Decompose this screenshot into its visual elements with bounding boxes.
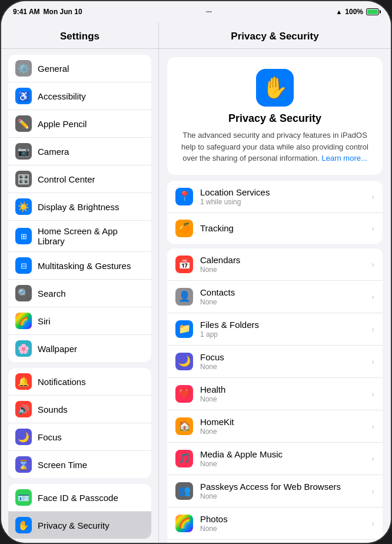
- sidebar-item-general[interactable]: ⚙️ General: [8, 55, 151, 82]
- settings-group-3: 🪪 Face ID & Passcode ✋ Privacy & Securit…: [8, 484, 151, 539]
- sidebar-item-siri[interactable]: 🌈 Siri: [8, 307, 151, 335]
- home-screen-icon: ⊞: [15, 228, 32, 244]
- menu-item-calendars[interactable]: 📅 Calendars None ›: [167, 248, 383, 281]
- focus-label: Focus: [38, 432, 62, 442]
- tracking-text: Tracking: [200, 223, 364, 233]
- contacts-icon: 👤: [175, 288, 193, 306]
- sidebar-item-search[interactable]: 🔍 Search: [8, 280, 151, 307]
- sidebar-item-home-screen[interactable]: ⊞ Home Screen & App Library: [8, 221, 151, 252]
- media-apple-music-label: Media & Apple Music: [200, 449, 364, 459]
- photos-sub: None: [200, 525, 364, 533]
- sidebar-item-screen-time[interactable]: ⌛ Screen Time: [8, 451, 151, 478]
- panel-title: Privacy & Security: [159, 22, 391, 49]
- notifications-icon: 🔔: [15, 373, 32, 390]
- media-apple-music-text: Media & Apple Music None: [200, 449, 364, 468]
- sidebar-item-wallpaper[interactable]: 🌸 Wallpaper: [8, 335, 151, 362]
- location-services-chevron: ›: [371, 192, 374, 201]
- sidebar[interactable]: Settings ⚙️ General ♿ Accessibility ✏️ A…: [1, 22, 159, 544]
- sounds-icon: 🔊: [15, 401, 32, 417]
- sidebar-item-control-center[interactable]: 🎛️ Control Center: [8, 165, 151, 193]
- status-bar: 9:41 AM Mon Jun 10 ··· ▲ 100%: [1, 1, 391, 22]
- files-folders-label: Files & Folders: [200, 320, 364, 330]
- sidebar-item-notifications[interactable]: 🔔 Notifications: [8, 368, 151, 396]
- hero-icon: ✋: [256, 69, 294, 107]
- calendars-sub: None: [200, 266, 364, 274]
- battery-icon: [366, 8, 379, 15]
- health-sub: None: [200, 395, 364, 403]
- menu-group-location: 📍 Location Services 1 while using › 🍊 Tr…: [167, 181, 383, 244]
- sidebar-title: Settings: [1, 22, 158, 49]
- menu-item-passkeys[interactable]: 👥 Passkeys Access for Web Browsers None …: [167, 475, 383, 507]
- homekit-sub: None: [200, 427, 364, 436]
- sidebar-item-display-brightness[interactable]: ☀️ Display & Brightness: [8, 193, 151, 221]
- sidebar-item-camera[interactable]: 📷 Camera: [8, 138, 151, 165]
- menu-item-reminders[interactable]: 📋 Reminders None ›: [167, 540, 383, 545]
- menu-item-health[interactable]: ❤️ Health None ›: [167, 378, 383, 410]
- display-brightness-label: Display & Brightness: [38, 202, 119, 212]
- device-frame: 9:41 AM Mon Jun 10 ··· ▲ 100% Settings ⚙…: [0, 0, 392, 544]
- menu-item-homekit[interactable]: 🏠 HomeKit None ›: [167, 410, 383, 443]
- settings-group-1: ⚙️ General ♿ Accessibility ✏️ Apple Penc…: [8, 55, 151, 362]
- accessibility-label: Accessibility: [38, 91, 86, 101]
- contacts-sub: None: [200, 298, 364, 306]
- homekit-chevron: ›: [371, 422, 374, 431]
- focus-privacy-text: Focus None: [200, 352, 364, 371]
- multitasking-label: Multitasking & Gestures: [38, 261, 131, 271]
- status-left: 9:41 AM Mon Jun 10: [13, 8, 82, 16]
- hero-title: Privacy & Security: [228, 112, 321, 125]
- sidebar-item-multitasking[interactable]: ⊟ Multitasking & Gestures: [8, 252, 151, 280]
- hero-icon-symbol: ✋: [262, 75, 288, 100]
- photos-text: Photos None: [200, 514, 364, 533]
- right-panel[interactable]: Privacy & Security ✋ Privacy & Security …: [159, 22, 391, 544]
- calendars-label: Calendars: [200, 255, 364, 265]
- focus-privacy-icon: 🌙: [175, 353, 193, 370]
- menu-group-privacy: 📅 Calendars None › 👤 Contacts None ›: [167, 248, 383, 545]
- calendars-icon: 📅: [175, 256, 193, 273]
- passkeys-chevron: ›: [371, 486, 374, 496]
- passkeys-label: Passkeys Access for Web Browsers: [200, 482, 364, 492]
- menu-item-contacts[interactable]: 👤 Contacts None ›: [167, 281, 383, 313]
- control-center-icon: 🎛️: [15, 171, 32, 187]
- sidebar-item-face-id[interactable]: 🪪 Face ID & Passcode: [8, 484, 151, 512]
- calendars-text: Calendars None: [200, 255, 364, 274]
- accessibility-icon: ♿: [15, 88, 32, 104]
- calendars-chevron: ›: [371, 260, 374, 269]
- sidebar-item-privacy-security[interactable]: ✋ Privacy & Security: [8, 512, 151, 539]
- hero-learn-more-link[interactable]: Learn more...: [321, 154, 367, 162]
- focus-privacy-sub: None: [200, 363, 364, 371]
- homekit-icon: 🏠: [175, 417, 193, 435]
- photos-chevron: ›: [371, 519, 374, 528]
- contacts-chevron: ›: [371, 292, 374, 301]
- menu-item-tracking[interactable]: 🍊 Tracking ›: [167, 213, 383, 244]
- sidebar-item-focus[interactable]: 🌙 Focus: [8, 423, 151, 451]
- sidebar-item-apple-pencil[interactable]: ✏️ Apple Pencil: [8, 110, 151, 138]
- siri-icon: 🌈: [15, 313, 32, 329]
- media-apple-music-sub: None: [200, 460, 364, 468]
- privacy-security-icon: ✋: [15, 517, 32, 533]
- health-text: Health None: [200, 384, 364, 403]
- apple-pencil-label: Apple Pencil: [38, 119, 87, 129]
- display-brightness-icon: ☀️: [15, 198, 32, 215]
- location-services-text: Location Services 1 while using: [200, 187, 364, 206]
- tracking-label: Tracking: [200, 223, 364, 233]
- sidebar-item-sounds[interactable]: 🔊 Sounds: [8, 396, 151, 423]
- wallpaper-icon: 🌸: [15, 340, 32, 357]
- menu-item-location-services[interactable]: 📍 Location Services 1 while using ›: [167, 181, 383, 213]
- date-display: Mon Jun 10: [44, 8, 82, 16]
- screen-time-label: Screen Time: [38, 460, 87, 470]
- menu-item-files-folders[interactable]: 📁 Files & Folders 1 app ›: [167, 313, 383, 346]
- status-center: ···: [206, 8, 212, 16]
- focus-privacy-label: Focus: [200, 352, 364, 362]
- camera-label: Camera: [38, 147, 69, 157]
- menu-item-media-apple-music[interactable]: 🎵 Media & Apple Music None ›: [167, 443, 383, 475]
- control-center-label: Control Center: [38, 174, 95, 184]
- wallpaper-label: Wallpaper: [38, 344, 77, 354]
- files-folders-icon: 📁: [175, 320, 193, 338]
- search-icon: 🔍: [15, 285, 32, 301]
- sidebar-item-accessibility[interactable]: ♿ Accessibility: [8, 82, 151, 110]
- tracking-chevron: ›: [371, 224, 374, 233]
- menu-item-photos[interactable]: 🌈 Photos None ›: [167, 507, 383, 540]
- location-services-sub: 1 while using: [200, 198, 364, 206]
- main-content: Settings ⚙️ General ♿ Accessibility ✏️ A…: [1, 22, 391, 544]
- menu-item-focus-privacy[interactable]: 🌙 Focus None ›: [167, 346, 383, 378]
